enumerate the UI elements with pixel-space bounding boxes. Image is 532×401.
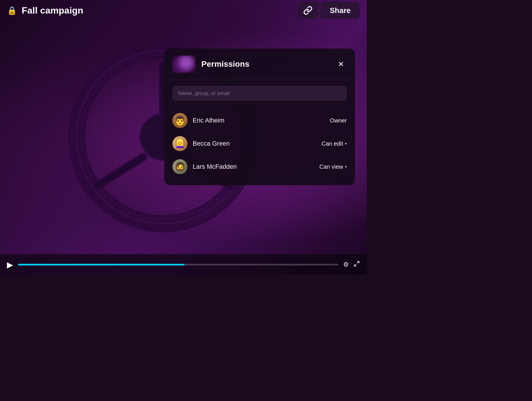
title-area: 🔒 Fall campaign: [7, 5, 83, 16]
user-row: Eric Alheim Owner: [164, 109, 355, 132]
play-button[interactable]: ▶: [7, 260, 13, 270]
avatar-lars: [172, 159, 187, 174]
top-right-buttons: Share: [297, 2, 360, 19]
page-title: Fall campaign: [22, 5, 83, 16]
svg-line-13: [354, 264, 356, 266]
lars-role-label: Can view: [319, 164, 343, 170]
lars-role-dropdown[interactable]: Can view ▾: [319, 164, 347, 170]
svg-line-12: [357, 261, 359, 263]
user-role-eric: Owner: [330, 117, 347, 124]
modal-title: Permissions: [201, 60, 330, 69]
user-name-eric: Eric Alheim: [193, 117, 325, 124]
search-input[interactable]: [172, 86, 347, 101]
svg-line-6: [97, 157, 143, 186]
close-button[interactable]: ✕: [335, 58, 347, 70]
modal-thumbnail: [172, 55, 196, 73]
user-row: Lars McFadden Can view ▾: [164, 155, 355, 178]
link-button[interactable]: [297, 2, 318, 19]
avatar-becca: [172, 136, 187, 151]
modal-header: Permissions ✕: [164, 49, 355, 80]
progress-bar[interactable]: [18, 264, 338, 266]
lock-icon: 🔒: [7, 6, 17, 15]
settings-button[interactable]: ⚙: [343, 261, 349, 268]
share-button[interactable]: Share: [321, 2, 360, 19]
permissions-modal: Permissions ✕ Eric Alheim Owner Becca Gr…: [164, 49, 355, 185]
becca-role-dropdown[interactable]: Can edit ▾: [322, 140, 347, 147]
user-name-becca: Becca Green: [193, 140, 317, 147]
user-row: Becca Green Can edit ▾: [164, 132, 355, 155]
user-name-lars: Lars McFadden: [193, 163, 314, 170]
video-controls: ▶ ⚙: [0, 254, 367, 275]
chevron-down-icon: ▾: [345, 141, 347, 146]
top-bar: 🔒 Fall campaign Share: [0, 0, 367, 21]
chevron-down-icon: ▾: [345, 164, 347, 169]
users-list: Eric Alheim Owner Becca Green Can edit ▾…: [164, 107, 355, 185]
progress-fill: [18, 264, 185, 266]
avatar-eric: [172, 113, 187, 128]
becca-role-label: Can edit: [322, 140, 343, 147]
search-area: [164, 80, 355, 107]
fullscreen-button[interactable]: [354, 261, 360, 269]
